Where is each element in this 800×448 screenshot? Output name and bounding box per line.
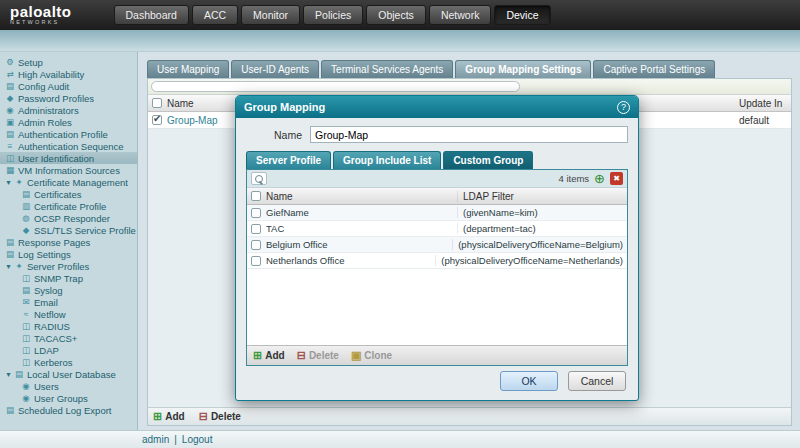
dialog-tab-label: Server Profile (256, 155, 321, 166)
content-tab[interactable]: Captive Portal Settings (593, 60, 715, 78)
sidebar-item[interactable]: ▼ ◫ TACACS+ (0, 332, 137, 344)
topnav-tab[interactable]: Dashboard (114, 5, 189, 25)
sidebar-item[interactable]: ▼ ◫ SNMP Trap (0, 272, 137, 284)
sidebar-item[interactable]: ▼ ▤ Certificates (0, 188, 137, 200)
dialog-table-rows: GiefName (givenName=kim) TAC (department… (247, 205, 627, 269)
sidebar-item[interactable]: ▼ ✉ Email (0, 296, 137, 308)
content-tab[interactable]: Group Mapping Settings (455, 60, 591, 78)
topnav-tab-label: ACC (204, 9, 226, 21)
circle-plus-icon[interactable]: ⊕ (594, 172, 605, 185)
content-tab[interactable]: User-ID Agents (231, 60, 319, 78)
admin-roles-icon: ▣ (5, 117, 15, 127)
sidebar-item-label: LDAP (34, 345, 59, 356)
sidebar-item[interactable]: ▼ ▣ Admin Roles (0, 116, 137, 128)
custom-group-row[interactable]: Belgium Office (physicalDeliveryOfficeNa… (247, 237, 627, 253)
sidebar-item[interactable]: ▼ ▤ Authentication Profile (0, 128, 137, 140)
sidebar-item[interactable]: ▼ ◉ User Groups (0, 392, 137, 404)
sidebar-item[interactable]: ▼ ◆ SSL/TLS Service Profile (0, 224, 137, 236)
custom-group-row[interactable]: Netherlands Office (physicalDeliveryOffi… (247, 253, 627, 269)
filter-icon[interactable] (251, 172, 267, 185)
dialog-tab[interactable]: Server Profile (246, 151, 331, 169)
ldap-filter-value: (physicalDeliveryOfficeName=Netherlands) (441, 255, 623, 266)
sidebar-item[interactable]: ▼ ▥ Certificate Profile (0, 200, 137, 212)
delete-button[interactable]: ⊟ Delete (297, 349, 339, 362)
row-checkbox[interactable] (251, 256, 261, 266)
group-name: Belgium Office (266, 239, 453, 250)
add-button[interactable]: ⊞ Add (153, 410, 185, 423)
sidebar-item[interactable]: ▼ ⇄ High Availability (0, 68, 137, 80)
sidebar-item[interactable]: ▼ ◉ Users (0, 380, 137, 392)
sidebar-item[interactable]: ▼ ◫ LDAP (0, 344, 137, 356)
topnav-tab[interactable]: Device (494, 5, 550, 25)
ok-button[interactable]: OK (500, 371, 558, 391)
sidebar-item[interactable]: ▼ ▤ Response Pages (0, 236, 137, 248)
sidebar-item-label: Kerberos (34, 357, 73, 368)
caret-down-icon[interactable]: ▼ (5, 263, 11, 270)
dialog-table-header: Name LDAP Filter (247, 188, 627, 205)
row-checkbox[interactable] (251, 208, 261, 218)
custom-group-row[interactable]: GiefName (givenName=kim) (247, 205, 627, 221)
topnav-tab-label: Network (441, 9, 480, 21)
topnav-tab-label: Objects (378, 9, 414, 21)
sidebar-item[interactable]: ▼ ◆ Password Profiles (0, 92, 137, 104)
sidebar-item-label: Server Profiles (27, 261, 89, 272)
sidebar-item[interactable]: ▼ ◍ OCSP Responder (0, 212, 137, 224)
sidebar-item-label: Admin Roles (18, 117, 72, 128)
items-bar: 4 items ⊕ ✖ (247, 170, 627, 188)
sidebar-item[interactable]: ▼ ▤ Local User Database (0, 368, 137, 380)
sidebar-item-label: User Identification (18, 153, 94, 164)
sidebar-item-label: Response Pages (18, 237, 90, 248)
caret-down-icon[interactable]: ▼ (5, 179, 11, 186)
header-band (0, 30, 800, 52)
sidebar-item[interactable]: ▼ ◫ RADIUS (0, 320, 137, 332)
dialog-tab[interactable]: Group Include List (333, 151, 441, 169)
sidebar-item[interactable]: ▼ ◫ Kerberos (0, 356, 137, 368)
sidebar-item[interactable]: ▼ ◫ User Identification (0, 152, 137, 164)
sidebar-item[interactable]: ▼ ✦ Certificate Management (0, 176, 137, 188)
dialog-tab[interactable]: Custom Group (443, 151, 533, 169)
add-button-label: Add (165, 411, 184, 422)
minus-icon: ⊟ (297, 349, 306, 362)
logout-link[interactable]: Logout (182, 434, 213, 445)
content-tab[interactable]: Terminal Services Agents (321, 60, 453, 78)
cancel-button[interactable]: Cancel (568, 371, 626, 391)
dialog-header[interactable]: Group Mapping ? (236, 96, 638, 118)
sidebar-item[interactable]: ▼ ✦ Server Profiles (0, 260, 137, 272)
sidebar-item-label: Authentication Profile (18, 129, 108, 140)
sidebar-item[interactable]: ▼ ▤ Log Settings (0, 248, 137, 260)
help-icon[interactable]: ? (617, 101, 630, 114)
sidebar-item-label: Authentication Sequence (18, 141, 124, 152)
clear-icon[interactable]: ✖ (610, 172, 623, 185)
sidebar-item[interactable]: ▼ ≡ Authentication Sequence (0, 140, 137, 152)
filter-input[interactable] (151, 81, 520, 92)
delete-button[interactable]: ⊟ Delete (199, 410, 241, 423)
add-button[interactable]: ⊞ Add (253, 349, 285, 362)
custom-group-row[interactable]: TAC (department=tac) (247, 221, 627, 237)
content-tab[interactable]: User Mapping (147, 60, 229, 78)
topnav-tab[interactable]: Network (429, 5, 492, 25)
row-checkbox[interactable] (152, 115, 162, 125)
topnav-tab[interactable]: Objects (366, 5, 426, 25)
config-audit-icon: ▤ (5, 81, 15, 91)
sidebar-item[interactable]: ▼ ▤ Syslog (0, 284, 137, 296)
sidebar-item[interactable]: ▼ ◉ Administrators (0, 104, 137, 116)
sidebar-item[interactable]: ▼ ⚙ Setup (0, 56, 137, 68)
sidebar-item[interactable]: ▼ ▦ VM Information Sources (0, 164, 137, 176)
topnav-tab[interactable]: Monitor (241, 5, 300, 25)
topnav-tab[interactable]: ACC (192, 5, 238, 25)
radius-icon: ◫ (21, 321, 31, 331)
select-all-checkbox[interactable] (251, 191, 261, 201)
topnav-tab[interactable]: Policies (303, 5, 363, 25)
sidebar-item[interactable]: ▼ ≈ Netflow (0, 308, 137, 320)
sidebar-item-label: Password Profiles (18, 93, 94, 104)
sidebar-item[interactable]: ▼ ▤ Config Audit (0, 80, 137, 92)
sidebar-item[interactable]: ▼ ▤ Scheduled Log Export (0, 404, 137, 416)
row-checkbox[interactable] (251, 240, 261, 250)
add-button-label: Add (265, 350, 284, 361)
clone-button[interactable]: ▣ Clone (351, 349, 392, 362)
dialog-title: Group Mapping (244, 101, 617, 113)
caret-down-icon[interactable]: ▼ (5, 371, 11, 378)
name-input[interactable] (310, 126, 628, 143)
select-all-checkbox[interactable] (152, 98, 162, 108)
row-checkbox[interactable] (251, 224, 261, 234)
